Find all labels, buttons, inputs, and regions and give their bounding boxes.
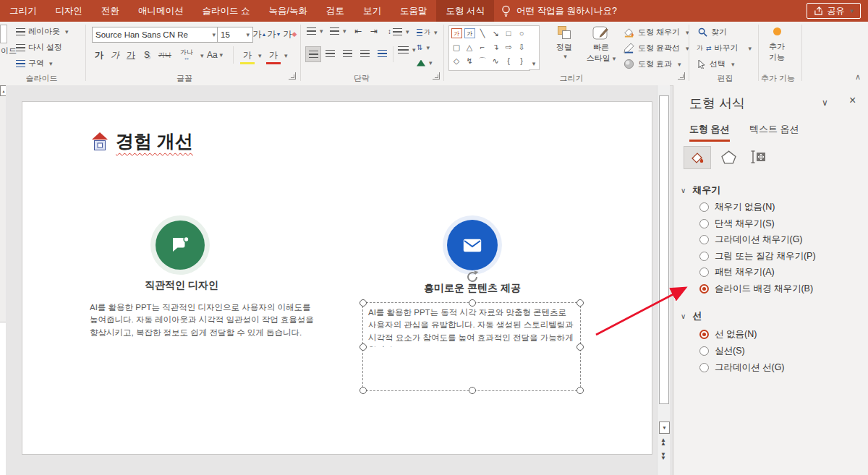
- card2-icon-circle[interactable]: [447, 220, 498, 270]
- justify-button[interactable]: [357, 46, 372, 61]
- shape-effects-button[interactable]: 도형 효과▾: [624, 59, 681, 69]
- shape-scribble-icon[interactable]: ↯: [463, 54, 476, 67]
- text-direction-button[interactable]: 가▾: [417, 27, 438, 37]
- line-section-header[interactable]: ∨ 선: [681, 309, 702, 322]
- pane-close-icon[interactable]: ×: [849, 94, 856, 107]
- menu-tab-design[interactable]: 디자인: [46, 0, 93, 22]
- text-highlight-button[interactable]: 가: [240, 48, 255, 64]
- shape-fill-button[interactable]: 도형 채우기▾: [624, 27, 689, 38]
- resize-handle-n[interactable]: [469, 299, 476, 307]
- line-spacing-button[interactable]: ↕▾: [388, 27, 409, 35]
- shape-vtextbox-icon[interactable]: 가: [464, 28, 475, 38]
- select-button[interactable]: 선택▾: [698, 59, 735, 69]
- card2-body[interactable]: AI를 활용한 PPT는 동적 시각 자료와 맞춤형 콘텐츠로 사용자의 관심을…: [368, 307, 576, 347]
- paragraph-dialog-launcher[interactable]: [433, 72, 440, 80]
- menu-tab-slideshow[interactable]: 슬라이드 쇼: [193, 0, 260, 22]
- shape-rectangle-icon[interactable]: □: [502, 27, 515, 40]
- shape-arrow-icon[interactable]: ↘: [489, 27, 502, 40]
- shape-rounded-rect-icon[interactable]: ▢: [450, 40, 463, 54]
- chevron-down-icon[interactable]: ▾: [258, 52, 262, 59]
- align-text-button[interactable]: ⇅▾: [417, 43, 430, 51]
- menu-tab-animations[interactable]: 애니메이션: [129, 0, 193, 22]
- chevron-down-icon[interactable]: ▾: [284, 52, 288, 59]
- card1-heading[interactable]: 직관적인 디자인: [109, 279, 254, 292]
- addins-button[interactable]: 추가 기능: [761, 27, 793, 63]
- menu-tab-help[interactable]: 도움말: [391, 0, 437, 22]
- slide-title-block[interactable]: 경험 개선: [91, 129, 193, 153]
- radio-no-fill[interactable]: 채우기 없음(N): [699, 201, 775, 213]
- character-spacing-button[interactable]: 가나↔: [176, 48, 197, 62]
- resize-handle-ne[interactable]: [576, 299, 584, 307]
- replace-button[interactable]: 가⇄ 바꾸기▾: [697, 43, 752, 54]
- convert-smartart-button[interactable]: ▾: [417, 59, 433, 67]
- decrease-indent-button[interactable]: ⇤: [354, 26, 362, 36]
- fill-line-icon-button[interactable]: [684, 146, 711, 169]
- effects-icon-button[interactable]: [715, 146, 741, 168]
- slide-canvas[interactable]: 경험 개선 직관적인 디자인 AI를 활용한 PPT는 직관적인 디자인으로 사…: [6, 85, 657, 475]
- chevron-down-icon[interactable]: ▾: [200, 52, 204, 59]
- shape-line-icon[interactable]: ╲: [476, 27, 489, 40]
- resize-handle-s[interactable]: [469, 387, 476, 394]
- size-properties-icon-button[interactable]: [746, 146, 772, 168]
- collapse-ribbon-button[interactable]: ∧: [855, 72, 861, 82]
- shape-arc-icon[interactable]: ⌒: [476, 54, 489, 67]
- change-case-button[interactable]: Aa▾: [207, 48, 223, 62]
- drawing-dialog-launcher[interactable]: [678, 72, 685, 80]
- columns-button[interactable]: ▾: [398, 46, 416, 54]
- layout-button[interactable]: 레이아웃▾: [16, 26, 69, 37]
- menu-tab-draw[interactable]: 그리기: [0, 0, 46, 22]
- shape-elbow-icon[interactable]: ⌐: [476, 40, 489, 54]
- distribute-button[interactable]: [375, 46, 389, 61]
- radio-gradient-fill[interactable]: 그라데이션 채우기(G): [699, 234, 803, 246]
- bullets-button[interactable]: ▾: [307, 27, 323, 35]
- reset-slide-button[interactable]: 다시 설정: [16, 42, 62, 53]
- previous-slide-button[interactable]: ▲▲: [660, 438, 666, 445]
- resize-handle-se[interactable]: [576, 387, 584, 394]
- align-right-button[interactable]: [340, 46, 354, 61]
- menu-tab-record[interactable]: 녹음/녹화: [259, 0, 316, 22]
- shape-right-arrow-icon[interactable]: ⇨: [502, 40, 515, 54]
- vertical-scrollbar[interactable]: ▼ ▲▲ ▼▼: [657, 85, 670, 475]
- shapes-gallery[interactable]: 가 가 ╲ ↘ □ ○ ▢ △ ⌐ ↴ ⇨ ⇩ ◇ ↯ ⌒ ∿ { }: [448, 25, 530, 71]
- shape-curve-icon[interactable]: ∿: [489, 54, 502, 67]
- align-left-button[interactable]: [305, 46, 321, 62]
- thumbnail-partial[interactable]: [0, 322, 6, 475]
- shape-brace-right-icon[interactable]: }: [515, 54, 528, 67]
- shape-freeform-icon[interactable]: ◇: [450, 54, 463, 67]
- italic-button[interactable]: 가: [109, 48, 122, 62]
- new-slide-button-cut[interactable]: [0, 25, 7, 43]
- strikethrough-button[interactable]: 가나: [156, 48, 174, 62]
- menu-tab-view[interactable]: 보기: [354, 0, 391, 22]
- shape-oval-icon[interactable]: ○: [515, 27, 528, 40]
- increase-indent-button[interactable]: ⇥: [370, 26, 378, 36]
- resize-handle-w[interactable]: [359, 343, 367, 351]
- underline-button[interactable]: 가: [124, 48, 137, 62]
- quick-styles-button[interactable]: 빠른 스타일▾: [583, 26, 619, 64]
- font-size-combobox[interactable]: 15▾: [217, 27, 253, 43]
- font-color-button[interactable]: 가: [266, 48, 281, 64]
- find-button[interactable]: 찾기: [698, 27, 727, 38]
- clear-formatting-button[interactable]: 가◆: [284, 27, 297, 41]
- next-slide-button[interactable]: ▼▼: [660, 453, 666, 460]
- radio-no-line[interactable]: 선 없음(N): [699, 328, 757, 341]
- radio-pattern-fill[interactable]: 패턴 채우기(A): [699, 266, 775, 278]
- radio-gradient-line[interactable]: 그라데이션 선(G): [699, 361, 785, 374]
- pane-tab-text-options[interactable]: 텍스트 옵션: [749, 123, 799, 136]
- section-button[interactable]: 구역▾: [16, 58, 53, 69]
- align-center-button[interactable]: [323, 46, 337, 61]
- card1-body[interactable]: AI를 활용한 PPT는 직관적인 디자인으로 사용자의 이해도를 높여줍니다.…: [90, 301, 317, 341]
- text-shadow-button[interactable]: S: [140, 48, 153, 62]
- resize-handle-nw[interactable]: [359, 299, 367, 307]
- radio-solid-line[interactable]: 실선(S): [699, 345, 745, 357]
- font-dialog-launcher[interactable]: [289, 72, 296, 80]
- shape-outline-button[interactable]: 도형 윤곽선▾: [624, 43, 689, 54]
- card2-heading[interactable]: 흥미로운 콘텐츠 제공: [400, 282, 545, 295]
- slide[interactable]: 경험 개선 직관적인 디자인 AI를 활용한 PPT는 직관적인 디자인으로 사…: [22, 101, 652, 455]
- menu-tab-transitions[interactable]: 전환: [92, 0, 129, 22]
- menu-tab-shape-format[interactable]: 도형 서식: [436, 0, 493, 22]
- share-button[interactable]: 공유 ▾: [807, 3, 861, 19]
- arrange-button[interactable]: 정렬 ▾: [548, 26, 580, 60]
- shrink-font-button[interactable]: 가▼: [268, 27, 281, 41]
- tell-me-search[interactable]: 어떤 작업을 원하시나요?: [494, 0, 807, 22]
- numbering-button[interactable]: ▾: [330, 27, 346, 35]
